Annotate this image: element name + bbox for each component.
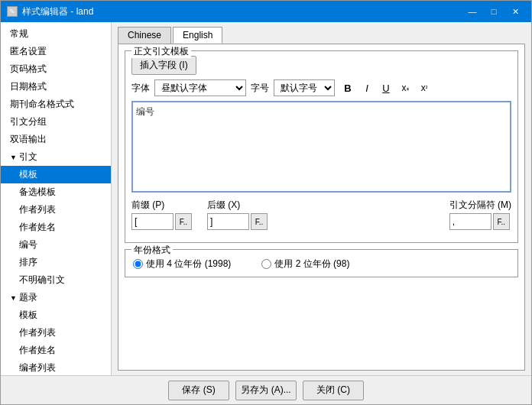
sidebar-item-bibliography[interactable]: ▼ 题录 [1, 289, 111, 306]
sidebar-item-bib-template[interactable]: 模板 [1, 306, 111, 324]
sidebar-item-general[interactable]: 常规 [1, 25, 111, 43]
maximize-button[interactable]: □ [484, 4, 504, 19]
bibliography-arrow-icon: ▼ [10, 294, 17, 302]
bold-button[interactable]: B [339, 79, 356, 96]
suffix-input[interactable] [207, 213, 249, 230]
insert-field-button[interactable]: 插入字段 (I) [131, 56, 196, 75]
font-select[interactable]: 昼默认字体 [154, 79, 246, 96]
radio-4digit-option[interactable]: 使用 4 位年份 (1998) [133, 258, 231, 271]
prefix-button[interactable]: F.. [175, 213, 192, 230]
font-label: 字体 [131, 82, 150, 95]
template-text-content: 编号 [136, 105, 507, 118]
close-button[interactable]: 关闭 (C) [303, 381, 364, 400]
sidebar: 常规 匿名设置 页码格式 日期格式 期刊命名格式式 引文分组 双语输出 ▼ 引文… [1, 22, 112, 375]
app-icon: ✎ [7, 6, 18, 17]
sidebar-item-bib-author-list[interactable]: 作者列表 [1, 324, 111, 342]
language-tabs: Chinese English [118, 27, 525, 44]
window-controls: — □ ✕ [462, 4, 525, 19]
radio-2digit-option[interactable]: 使用 2 位年份 (98) [261, 258, 349, 271]
subscript-button[interactable]: x₂ [397, 79, 414, 96]
prefix-input[interactable] [131, 213, 174, 230]
tab-english[interactable]: English [173, 27, 222, 44]
minimize-button[interactable]: — [462, 4, 482, 19]
tab-content-english: 正文引文模板 插入字段 (I) 字体 昼默认字体 字号 默认字号 [118, 44, 525, 371]
citation-arrow-icon: ▼ [10, 154, 17, 161]
radio-4digit-input[interactable] [133, 259, 143, 269]
main-panel: Chinese English 正文引文模板 插入字段 (I) 字体 [112, 22, 531, 375]
sidebar-item-bib-author-name[interactable]: 作者姓名 [1, 342, 111, 359]
underline-button[interactable]: U [378, 79, 394, 96]
title-bar: ✎ 样式编辑器 - land — □ ✕ [1, 1, 531, 22]
sidebar-item-date-format[interactable]: 日期格式 [1, 78, 111, 96]
prefix-field-row: F.. [131, 213, 192, 230]
sidebar-item-journal-naming[interactable]: 期刊命名格式式 [1, 96, 111, 113]
radio-4digit-label: 使用 4 位年份 (1998) [146, 258, 231, 271]
radio-2digit-input[interactable] [261, 259, 271, 269]
save-as-button[interactable]: 另存为 (A)... [235, 381, 297, 400]
sidebar-item-author-list[interactable]: 作者列表 [1, 201, 111, 219]
footer: 保存 (S) 另存为 (A)... 关闭 (C) [1, 375, 531, 404]
sidebar-item-citation[interactable]: ▼ 引文 [1, 148, 111, 166]
sidebar-item-bilingual[interactable]: 双语输出 [1, 131, 111, 148]
citation-label: 引文 [19, 151, 37, 164]
separator-group: 引文分隔符 (M) F.. [449, 199, 511, 230]
suffix-field-row: F.. [207, 213, 268, 230]
separator-label: 引文分隔符 (M) [449, 199, 511, 212]
font-row: 字体 昼默认字体 字号 默认字号 B I U x₂ [131, 79, 511, 96]
template-group-title: 正文引文模板 [131, 45, 191, 58]
sidebar-item-template[interactable]: 模板 [1, 166, 111, 183]
sidebar-item-ambiguous[interactable]: 不明确引文 [1, 271, 111, 289]
format-buttons: B I U x₂ x² [339, 79, 433, 96]
insert-field-row: 插入字段 (I) [131, 56, 511, 75]
sidebar-item-author-name[interactable]: 作者姓名 [1, 219, 111, 236]
content-area: 常规 匿名设置 页码格式 日期格式 期刊命名格式式 引文分组 双语输出 ▼ 引文… [1, 22, 531, 375]
year-format-title: 年份格式 [131, 244, 173, 257]
template-text-area[interactable]: 编号 [131, 101, 511, 193]
template-group: 正文引文模板 插入字段 (I) 字体 昼默认字体 字号 默认字号 [125, 50, 518, 243]
sidebar-item-anon-settings[interactable]: 匿名设置 [1, 43, 111, 60]
tab-chinese[interactable]: Chinese [118, 27, 171, 44]
suffix-label: 后缀 (X) [207, 199, 268, 212]
sidebar-item-alt-template[interactable]: 备选模板 [1, 183, 111, 201]
sidebar-item-sorting[interactable]: 排序 [1, 254, 111, 271]
main-window: ✎ 样式编辑器 - land — □ ✕ 常规 匿名设置 页码格式 日期格式 期… [0, 0, 532, 405]
radio-row: 使用 4 位年份 (1998) 使用 2 位年份 (98) [133, 258, 510, 271]
year-format-group: 年份格式 使用 4 位年份 (1998) 使用 2 位年份 (98) [125, 249, 518, 277]
close-window-button[interactable]: ✕ [505, 4, 525, 19]
prefix-label: 前缀 (P) [131, 199, 192, 212]
suffix-group: 后缀 (X) F.. [207, 199, 268, 230]
fields-row: 前缀 (P) F.. 后缀 (X) F.. [131, 199, 511, 230]
sidebar-item-citation-group[interactable]: 引文分组 [1, 113, 111, 131]
size-select[interactable]: 默认字号 [274, 79, 335, 96]
prefix-group: 前缀 (P) F.. [131, 199, 192, 230]
bibliography-label: 题录 [19, 291, 37, 304]
italic-button[interactable]: I [358, 79, 375, 96]
separator-input[interactable] [449, 213, 491, 230]
suffix-button[interactable]: F.. [251, 213, 268, 230]
radio-2digit-label: 使用 2 位年份 (98) [274, 258, 349, 271]
superscript-button[interactable]: x² [416, 79, 433, 96]
window-title: 样式编辑器 - land [22, 5, 462, 18]
sidebar-item-numbering[interactable]: 编号 [1, 236, 111, 254]
save-button[interactable]: 保存 (S) [168, 381, 229, 400]
sidebar-item-page-format[interactable]: 页码格式 [1, 60, 111, 78]
size-label: 字号 [251, 82, 269, 95]
separator-field-row: F.. [449, 213, 511, 230]
separator-button[interactable]: F.. [493, 213, 510, 230]
sidebar-item-editor-list[interactable]: 编者列表 [1, 359, 111, 375]
